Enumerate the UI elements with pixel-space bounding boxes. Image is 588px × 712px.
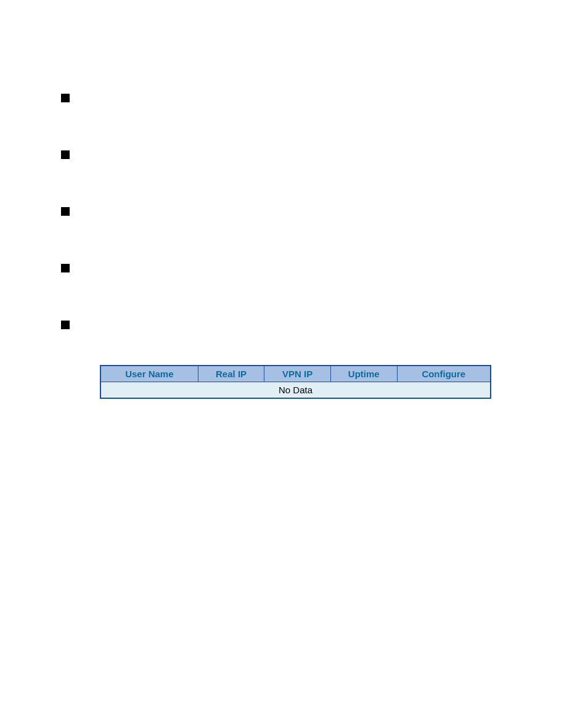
square-bullet-icon bbox=[61, 207, 70, 216]
list-item bbox=[61, 263, 70, 272]
square-bullet-icon bbox=[61, 94, 70, 102]
nodata-cell: No Data bbox=[100, 382, 491, 399]
col-header-configure: Configure bbox=[397, 366, 491, 382]
col-header-username: User Name bbox=[100, 366, 198, 382]
bullet-list bbox=[61, 92, 70, 376]
list-item bbox=[61, 149, 70, 159]
square-bullet-icon bbox=[61, 264, 70, 272]
list-item bbox=[61, 206, 70, 216]
col-header-uptime: Uptime bbox=[330, 366, 397, 382]
data-table: User Name Real IP VPN IP Uptime Configur… bbox=[100, 365, 491, 399]
square-bullet-icon bbox=[61, 321, 70, 329]
table-header-row: User Name Real IP VPN IP Uptime Configur… bbox=[100, 366, 491, 382]
list-item bbox=[61, 319, 70, 329]
table-row-nodata: No Data bbox=[100, 382, 491, 399]
col-header-vpnip: VPN IP bbox=[264, 366, 331, 382]
square-bullet-icon bbox=[61, 150, 70, 159]
list-item bbox=[61, 92, 70, 102]
col-header-realip: Real IP bbox=[198, 366, 264, 382]
